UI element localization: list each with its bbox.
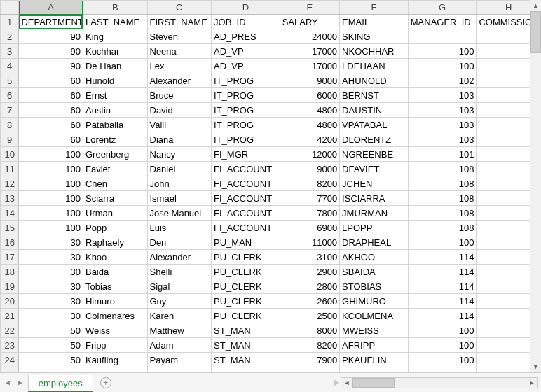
scroll-down-icon[interactable]: ▼ (530, 361, 541, 372)
cell-G9[interactable]: 103 (408, 132, 477, 147)
col-header-A[interactable]: A (19, 1, 83, 15)
cell-B18[interactable]: Baida (83, 265, 147, 279)
cell-G12[interactable]: 108 (408, 176, 477, 191)
cell-D12[interactable]: FI_ACCOUNT (212, 176, 280, 191)
cell-E16[interactable]: 11000 (280, 235, 339, 250)
cell-B3[interactable]: Kochhar (83, 44, 147, 59)
cell-D24[interactable]: ST_MAN (212, 353, 280, 368)
cell-A20[interactable]: 30 (19, 294, 83, 309)
cell-C1[interactable]: FIRST_NAME (147, 15, 212, 29)
cell-E18[interactable]: 2900 (280, 265, 339, 279)
cell-F5[interactable]: AHUNOLD (340, 74, 409, 88)
cell-F24[interactable]: PKAUFLIN (340, 353, 409, 368)
cell-E20[interactable]: 2600 (280, 294, 339, 309)
hscroll-thumb[interactable] (352, 378, 395, 388)
row-header-14[interactable]: 14 (1, 206, 19, 220)
cell-F17[interactable]: AKHOO (340, 250, 409, 265)
cell-C15[interactable]: Luis (147, 220, 212, 235)
cell-E7[interactable]: 4800 (280, 103, 339, 118)
row-header-1[interactable]: 1 (1, 15, 19, 29)
cell-B12[interactable]: Chen (83, 176, 147, 191)
cell-F15[interactable]: LPOPP (340, 220, 409, 235)
cell-B14[interactable]: Urman (83, 206, 147, 220)
row-header-5[interactable]: 5 (1, 74, 19, 88)
cell-F18[interactable]: SBAIDA (340, 265, 409, 279)
cell-E15[interactable]: 6900 (280, 220, 339, 235)
cell-E25[interactable]: 6500 (280, 368, 339, 373)
cell-E6[interactable]: 6000 (280, 88, 339, 103)
cell-A2[interactable]: 90 (19, 29, 83, 44)
row-header-22[interactable]: 22 (1, 323, 19, 338)
col-header-G[interactable]: G (408, 1, 477, 15)
cell-D18[interactable]: PU_CLERK (212, 265, 280, 279)
row-header-19[interactable]: 19 (1, 279, 19, 294)
cell-A11[interactable]: 100 (19, 162, 83, 176)
cell-D2[interactable]: AD_PRES (212, 29, 280, 44)
cell-A16[interactable]: 30 (19, 235, 83, 250)
cell-G11[interactable]: 108 (408, 162, 477, 176)
cell-D22[interactable]: ST_MAN (212, 323, 280, 338)
cell-A1[interactable]: DEPARTMENT (19, 15, 83, 29)
row-header-24[interactable]: 24 (1, 353, 19, 368)
horizontal-scrollbar[interactable]: ◄ ► (341, 377, 538, 388)
cell-B21[interactable]: Colmenares (83, 309, 147, 323)
cell-D4[interactable]: AD_VP (212, 59, 280, 74)
cell-G20[interactable]: 114 (408, 294, 477, 309)
cell-A4[interactable]: 90 (19, 59, 83, 74)
cell-G17[interactable]: 114 (408, 250, 477, 265)
cell-C18[interactable]: Shelli (147, 265, 212, 279)
cell-D25[interactable]: ST_MAN (212, 368, 280, 373)
cell-F9[interactable]: DLORENTZ (340, 132, 409, 147)
cell-B6[interactable]: Ernst (83, 88, 147, 103)
row-header-2[interactable]: 2 (1, 29, 19, 44)
row-header-8[interactable]: 8 (1, 118, 19, 132)
cell-C8[interactable]: Valli (147, 118, 212, 132)
row-header-6[interactable]: 6 (1, 88, 19, 103)
cell-B7[interactable]: Austin (83, 103, 147, 118)
row-header-15[interactable]: 15 (1, 220, 19, 235)
cell-E10[interactable]: 12000 (280, 147, 339, 162)
cell-C9[interactable]: Diana (147, 132, 212, 147)
cell-D23[interactable]: ST_MAN (212, 338, 280, 353)
cell-F1[interactable]: EMAIL (340, 15, 409, 29)
cell-E19[interactable]: 2800 (280, 279, 339, 294)
cell-B1[interactable]: LAST_NAME (83, 15, 147, 29)
cell-F2[interactable]: SKING (340, 29, 409, 44)
row-header-18[interactable]: 18 (1, 265, 19, 279)
cell-E4[interactable]: 17000 (280, 59, 339, 74)
cell-C25[interactable]: Shanta (147, 368, 212, 373)
cell-G13[interactable]: 108 (408, 191, 477, 206)
add-sheet-button[interactable]: + (93, 373, 118, 392)
scroll-right-icon[interactable]: ► (526, 378, 537, 388)
cell-B4[interactable]: De Haan (83, 59, 147, 74)
cell-E3[interactable]: 17000 (280, 44, 339, 59)
col-header-C[interactable]: C (147, 1, 212, 15)
cell-E9[interactable]: 4200 (280, 132, 339, 147)
cell-G25[interactable]: 100 (408, 368, 477, 373)
cell-E24[interactable]: 7900 (280, 353, 339, 368)
cell-G18[interactable]: 114 (408, 265, 477, 279)
cell-F3[interactable]: NKOCHHAR (340, 44, 409, 59)
row-header-17[interactable]: 17 (1, 250, 19, 265)
cell-E5[interactable]: 9000 (280, 74, 339, 88)
cell-D10[interactable]: FI_MGR (212, 147, 280, 162)
cell-G24[interactable]: 100 (408, 353, 477, 368)
vscroll-track[interactable] (530, 11, 541, 361)
cell-C21[interactable]: Karen (147, 309, 212, 323)
row-header-13[interactable]: 13 (1, 191, 19, 206)
cell-C6[interactable]: Bruce (147, 88, 212, 103)
row-header-11[interactable]: 11 (1, 162, 19, 176)
cell-D5[interactable]: IT_PROG (212, 74, 280, 88)
cell-F10[interactable]: NGREENBE (340, 147, 409, 162)
tab-nav-next-icon[interactable]: ► (17, 379, 24, 386)
cell-B25[interactable]: Vollman (83, 368, 147, 373)
cell-A23[interactable]: 50 (19, 338, 83, 353)
cell-A7[interactable]: 60 (19, 103, 83, 118)
cell-G2[interactable] (408, 29, 477, 44)
cell-A24[interactable]: 50 (19, 353, 83, 368)
cell-E14[interactable]: 7800 (280, 206, 339, 220)
row-header-4[interactable]: 4 (1, 59, 19, 74)
cell-F13[interactable]: ISCIARRA (340, 191, 409, 206)
cell-E12[interactable]: 8200 (280, 176, 339, 191)
cell-A5[interactable]: 60 (19, 74, 83, 88)
